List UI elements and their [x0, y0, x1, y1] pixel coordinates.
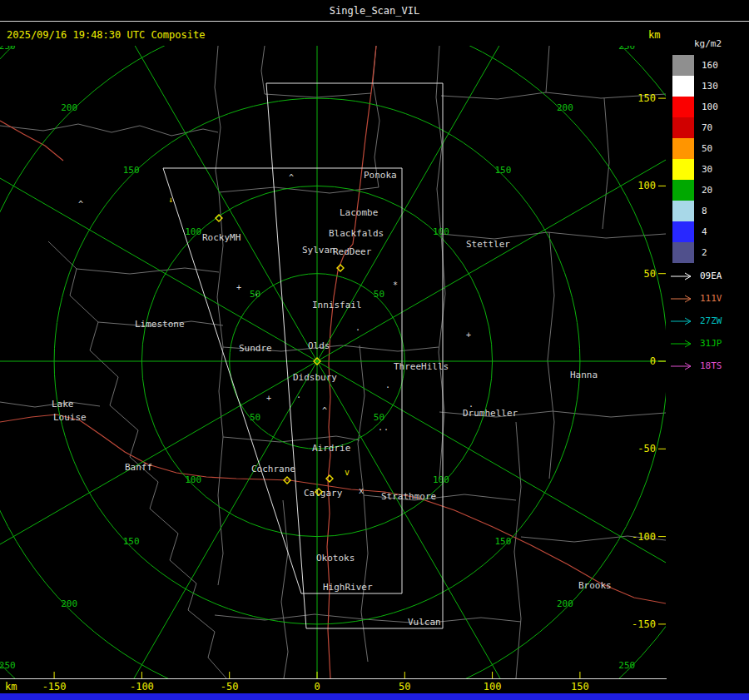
legend-value: 160	[702, 60, 718, 71]
bottom-axis-unit-label: km	[5, 681, 17, 693]
city-label: RedDeer	[333, 246, 372, 257]
axis-label: 100	[484, 681, 502, 693]
ring-distance-label: 100	[433, 474, 449, 485]
axis-label: -100	[632, 531, 656, 543]
radar-arrow-icon	[670, 294, 695, 304]
legend-entry: 30	[672, 159, 718, 180]
legend-color-swatch	[672, 76, 694, 97]
city-label: Limestone	[135, 319, 185, 330]
radar-site-row: 09EA	[670, 265, 722, 287]
legend-units-label: kg/m2	[694, 38, 722, 49]
city-label: Lacombe	[340, 207, 378, 218]
boundary-line	[364, 411, 666, 678]
ring-distance-label: 250	[618, 660, 635, 671]
point-marker: +	[236, 283, 241, 292]
legend-entry: 50	[672, 138, 718, 159]
ring-distance-label: 200	[557, 598, 573, 609]
legend-value: 8	[702, 206, 707, 216]
point-marker: ·	[355, 325, 360, 335]
azimuth-spoke	[317, 361, 666, 603]
radar-coverage-outline	[163, 83, 443, 628]
legend-color-swatch	[672, 221, 694, 242]
city-marker-diamond	[326, 475, 333, 482]
azimuth-spoke	[76, 46, 317, 361]
radar-site-row: 31JP	[670, 332, 722, 355]
city-label: Olds	[308, 340, 330, 351]
ring-distance-label: 200	[61, 598, 77, 609]
legend-value: 130	[702, 81, 718, 92]
axis-label: 150	[571, 681, 589, 693]
city-label: HighRiver	[323, 582, 373, 593]
map-markers: ^^↓+·*+·+····^vx·	[78, 173, 474, 495]
axis-label: 0	[650, 355, 656, 367]
city-label: Airdrie	[312, 443, 350, 454]
ring-distance-label: 100	[185, 226, 201, 237]
scan-timestamp: 2025/09/16 19:48:30 UTC Composite	[7, 29, 205, 41]
ring-distance-label: 250	[0, 660, 16, 671]
point-marker: *	[393, 280, 398, 290]
ring-distance-label: 50	[250, 412, 260, 423]
radar-map-canvas[interactable]: 5050505010010010010015015015015020020020…	[0, 46, 666, 678]
radar-arrow-icon	[670, 271, 695, 281]
radar-arrow-icon	[670, 316, 695, 326]
ring-distance-label: 100	[433, 226, 449, 237]
legend-color-swatch	[672, 159, 694, 180]
radar-site-list: 09EA111V27ZW31JP18TS	[670, 265, 722, 377]
legend-entry: 2	[672, 242, 718, 263]
radar-map[interactable]: 5050505010010010010015015015015020020020…	[0, 46, 666, 678]
city-label: ThreeHills	[394, 361, 449, 372]
point-marker: x	[359, 486, 364, 495]
ring-distance-label: 150	[494, 165, 511, 176]
legend-value: 20	[702, 185, 712, 196]
legend-color-swatch	[672, 201, 694, 221]
boundary-line	[48, 241, 226, 678]
city-label: Louise	[53, 412, 87, 423]
ring-distance-label: 250	[0, 46, 16, 52]
city-label: Innisfail	[312, 300, 362, 310]
point-marker: ↓	[168, 195, 173, 204]
axis-label: 0	[314, 681, 320, 693]
boundary-line	[0, 124, 223, 407]
axis-label: -100	[130, 681, 154, 693]
legend-value: 50	[702, 143, 712, 154]
axis-label: 100	[637, 180, 656, 191]
axis-label: -150	[632, 618, 656, 630]
city-label: Sundre	[239, 343, 272, 354]
ring-distance-label: 150	[494, 536, 511, 547]
legend-value: 2	[702, 247, 707, 258]
axis-label: 150	[637, 92, 656, 104]
legend-entry: 70	[672, 117, 718, 138]
city-label: Hanna	[570, 370, 598, 380]
point-marker: ·	[469, 402, 474, 411]
legend-value: 30	[702, 164, 712, 175]
legend-value: 4	[702, 226, 707, 237]
radar-id-label: 27ZW	[700, 315, 722, 326]
right-axis-unit-label: km	[648, 29, 660, 41]
azimuth-spoke	[317, 361, 558, 678]
point-marker: ^	[289, 173, 294, 182]
radar-site-row: 18TS	[670, 355, 722, 377]
city-label: Cochrane	[251, 464, 295, 474]
legend-color-swatch	[672, 117, 694, 138]
point-marker: +	[266, 394, 271, 403]
city-label: Lake	[52, 399, 74, 410]
axis-label: 50	[399, 681, 410, 693]
ring-distance-label: 150	[123, 536, 140, 547]
legend-panel: kg/m2 16013010070503020842 09EA111V27ZW3…	[666, 22, 749, 693]
legend-entry: 8	[672, 201, 718, 221]
coverage-polygon	[266, 83, 443, 628]
city-label: RockyMH	[202, 232, 241, 243]
legend-value: 100	[702, 102, 718, 112]
boundary-line	[261, 46, 666, 234]
legend-color-swatch	[672, 180, 694, 201]
bottom-status-bar	[0, 693, 749, 700]
point-marker: ·	[378, 425, 383, 434]
azimuth-spoke	[76, 361, 317, 678]
ring-distance-label: 200	[557, 102, 573, 113]
azimuth-spoke	[317, 46, 558, 361]
legend-entry: 130	[672, 76, 718, 97]
radar-arrow-icon	[670, 361, 695, 371]
city-label: Calgary	[304, 488, 343, 499]
point-marker: ·	[384, 425, 389, 434]
radar-id-label: 18TS	[700, 360, 722, 371]
